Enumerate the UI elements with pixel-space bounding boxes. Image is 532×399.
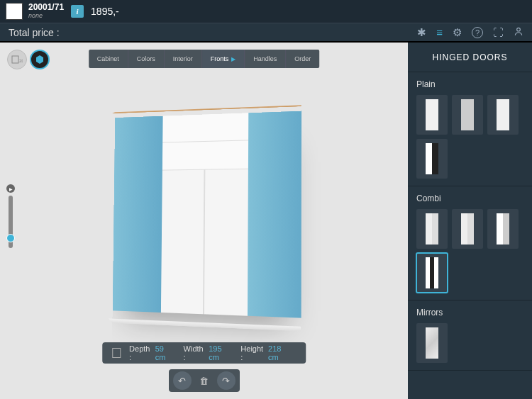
slider-thumb[interactable] — [6, 234, 15, 242]
play-icon[interactable]: ▶ — [6, 184, 15, 193]
door-swatch[interactable] — [416, 209, 448, 249]
top-bar: 20001/71 none i 1895,- — [0, 0, 532, 23]
gear-icon[interactable]: ⚙ — [453, 26, 462, 39]
dimensions-bar: Depth : 59 cm Width : 195 cm Height : 21… — [102, 342, 306, 364]
view-2d-button[interactable]: 2D — [7, 50, 27, 69]
door-swatch[interactable] — [487, 209, 519, 249]
door-swatch[interactable] — [416, 139, 448, 179]
view-3d-button[interactable] — [30, 50, 50, 69]
redo-button[interactable]: ↷ — [217, 371, 235, 390]
info-icon[interactable]: i — [71, 5, 84, 18]
depth-label: Depth : — [129, 344, 151, 361]
door-swatch[interactable] — [487, 95, 519, 135]
door-swatch[interactable] — [452, 95, 483, 135]
height-label: Height : — [240, 344, 264, 361]
toolbar-icons: ✱ ≡ ⚙ ? ⛶ — [417, 26, 523, 39]
user-icon[interactable] — [514, 26, 523, 38]
step-tabs: Cabinet Colors Interior Fronts▶ Handles … — [89, 50, 320, 68]
section-combi: Combi — [408, 186, 532, 300]
section-plain: Plain — [408, 72, 532, 186]
svg-text:2D: 2D — [19, 59, 23, 63]
price-bar: Total price : ✱ ≡ ⚙ ? ⛶ — [0, 23, 532, 43]
door-swatch[interactable] — [452, 209, 483, 249]
rotation-slider[interactable]: ▶ — [6, 184, 16, 248]
tab-interior[interactable]: Interior — [165, 50, 202, 68]
side-panel: HINGED DOORS Plain Combi Mirrors — [408, 43, 532, 399]
section-label-mirrors: Mirrors — [416, 308, 523, 317]
door-swatch-selected[interactable] — [416, 253, 448, 293]
height-value: 218 cm — [268, 344, 290, 361]
section-label-combi: Combi — [416, 193, 523, 203]
door-swatch[interactable] — [416, 95, 448, 135]
tab-cabinet[interactable]: Cabinet — [89, 50, 128, 68]
help-icon[interactable]: ? — [472, 27, 483, 38]
product-thumbnail[interactable] — [6, 3, 23, 20]
slider-track[interactable] — [9, 196, 13, 248]
product-info: 20001/71 none — [28, 3, 64, 19]
chevron-right-icon: ▶ — [231, 56, 235, 62]
depth-value: 59 cm — [155, 344, 174, 361]
section-mirrors: Mirrors — [408, 300, 532, 371]
dimensions-icon — [112, 348, 121, 358]
panel-title: HINGED DOORS — [408, 43, 532, 72]
width-label: Width : — [184, 344, 205, 361]
section-label-plain: Plain — [416, 79, 523, 89]
total-price-label: Total price : — [9, 27, 60, 38]
tab-colors[interactable]: Colors — [128, 50, 165, 68]
product-code: 20001/71 — [28, 3, 64, 12]
header-price: 1895,- — [91, 6, 119, 17]
svg-point-0 — [517, 28, 521, 31]
tab-fronts[interactable]: Fronts▶ — [202, 50, 245, 68]
view-toggles: 2D — [7, 50, 50, 69]
delete-button[interactable]: 🗑 — [194, 372, 214, 389]
width-value: 195 cm — [209, 344, 231, 361]
cabinet-model[interactable] — [109, 108, 300, 313]
tab-order[interactable]: Order — [286, 50, 319, 68]
save-icon[interactable]: ⛶ — [493, 26, 504, 38]
list-icon[interactable]: ≡ — [436, 26, 443, 38]
product-subtitle: none — [28, 13, 64, 20]
undo-button[interactable]: ↶ — [173, 371, 192, 390]
snowflake-icon[interactable]: ✱ — [417, 26, 426, 39]
main-area: 2D Cabinet Colors Interior Fronts▶ Handl… — [0, 43, 532, 399]
action-bar: ↶ 🗑 ↷ — [169, 369, 240, 392]
door-swatch[interactable] — [416, 323, 448, 363]
svg-rect-1 — [12, 56, 18, 63]
viewport-3d[interactable]: 2D Cabinet Colors Interior Fronts▶ Handl… — [0, 43, 408, 399]
tab-handles[interactable]: Handles — [245, 50, 286, 68]
